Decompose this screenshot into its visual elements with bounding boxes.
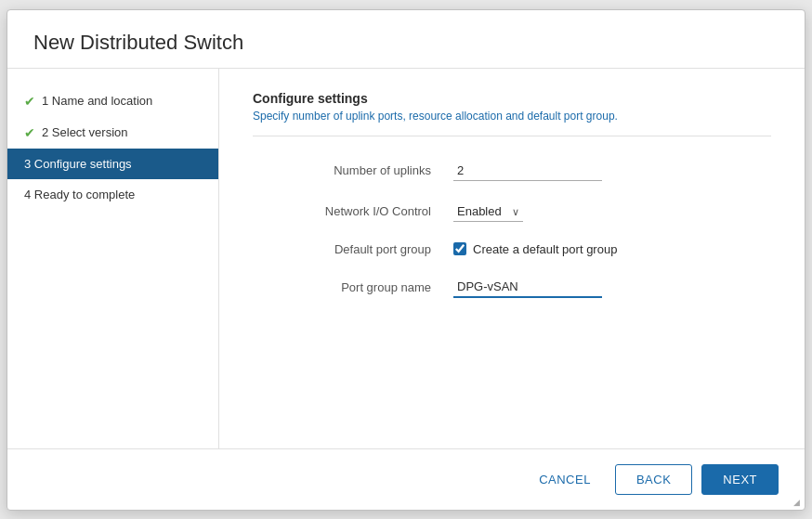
new-distributed-switch-dialog: New Distributed Switch ✔ 1 Name and loca… [7, 9, 805, 511]
dialog-footer: CANCEL BACK NEXT [7, 448, 805, 510]
sidebar-label-1: 1 Name and location [42, 94, 152, 108]
default-port-group-checkbox-area: Create a default port group [453, 242, 617, 256]
default-port-group-label: Default port group [253, 242, 439, 256]
form-table: Number of uplinks Network I/O Control En… [253, 161, 771, 298]
default-port-group-checkbox-label[interactable]: Create a default port group [473, 242, 617, 256]
corner-indicator: ◢ [793, 498, 800, 507]
check-icon-1: ✔ [24, 94, 35, 109]
default-port-group-checkbox[interactable] [453, 242, 466, 255]
sidebar-label-2: 2 Select version [42, 125, 128, 139]
nio-value-container: Enabled Disabled [453, 201, 771, 222]
uplinks-input[interactable] [453, 161, 602, 181]
check-icon-2: ✔ [24, 125, 35, 140]
sidebar-item-name-location[interactable]: ✔ 1 Name and location [7, 85, 218, 117]
nio-label: Network I/O Control [253, 204, 439, 218]
section-desc: Specify number of uplink ports, resource… [253, 110, 771, 136]
default-port-group-value-container: Create a default port group [453, 242, 771, 256]
sidebar: ✔ 1 Name and location ✔ 2 Select version… [7, 69, 219, 448]
nio-select[interactable]: Enabled Disabled [453, 201, 523, 222]
sidebar-label-4: 4 Ready to complete [24, 188, 135, 201]
next-button[interactable]: NEXT [701, 464, 779, 495]
content-area: Configure settings Specify number of upl… [219, 69, 805, 448]
sidebar-label-3: 3 Configure settings [24, 157, 132, 171]
back-button[interactable]: BACK [615, 464, 692, 495]
uplinks-value-container [453, 161, 771, 181]
cancel-button[interactable]: CANCEL [524, 465, 606, 494]
uplinks-label: Number of uplinks [253, 163, 439, 177]
port-group-name-input[interactable] [453, 277, 602, 298]
sidebar-item-ready-complete[interactable]: 4 Ready to complete [7, 179, 218, 210]
port-group-name-label: Port group name [253, 280, 439, 294]
sidebar-item-configure-settings[interactable]: 3 Configure settings [7, 149, 218, 179]
dialog-title: New Distributed Switch [7, 10, 805, 69]
nio-select-wrapper: Enabled Disabled [453, 201, 523, 222]
sidebar-item-select-version[interactable]: ✔ 2 Select version [7, 117, 218, 149]
port-group-name-value-container [453, 277, 771, 298]
section-title: Configure settings [253, 91, 771, 106]
dialog-body: ✔ 1 Name and location ✔ 2 Select version… [7, 69, 805, 448]
